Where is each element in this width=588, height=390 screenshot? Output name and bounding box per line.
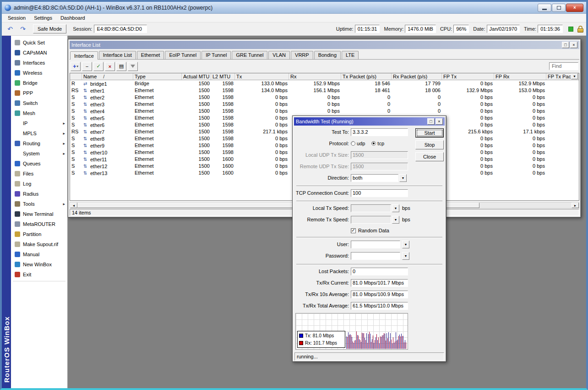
tab[interactable]: GRE Tunnel [232, 51, 267, 59]
sidebar-item[interactable]: Log [11, 179, 67, 189]
row-fp-rx: 0 bps [494, 121, 546, 128]
tab[interactable]: Bonding [314, 51, 341, 59]
sidebar-item[interactable]: Make Supout.rif [11, 239, 67, 249]
random-data-checkbox[interactable] [351, 228, 356, 233]
sidebar-item[interactable]: PPP [11, 88, 67, 98]
direction-dropdown-icon[interactable]: ▼ [399, 174, 407, 182]
tab[interactable]: VRRP [291, 51, 313, 59]
sidebar-item[interactable]: New WinBox [11, 259, 67, 269]
sidebar-item[interactable]: Routing ▸ [11, 138, 67, 148]
col-fp-tx[interactable]: FP Tx [442, 73, 494, 80]
close-button[interactable]: × [566, 4, 583, 12]
sidebar-item[interactable]: Manual [11, 249, 67, 259]
table-row[interactable]: S ⇅ether4 Ethernet 1500 1598 0 bps 0 bps… [70, 108, 579, 115]
table-row[interactable]: S ⇅ether2 Ethernet 1500 1598 0 bps 0 bps… [70, 94, 579, 101]
col-flags[interactable] [70, 73, 82, 80]
sidebar-item[interactable]: Radius [11, 189, 67, 199]
sidebar-item[interactable]: Mesh [11, 108, 67, 118]
tab[interactable]: IP Tunnel [201, 51, 231, 59]
column-select-button[interactable]: ▼ [571, 73, 578, 79]
sidebar-item[interactable]: CAPsMAN [11, 48, 67, 58]
maximize-button[interactable] [552, 4, 566, 12]
tab[interactable]: Interface [70, 51, 98, 60]
close-dialog-icon[interactable]: × [436, 118, 443, 125]
sidebar-item-label: IP [23, 121, 27, 126]
sidebar-item[interactable]: Tools ▸ [11, 199, 67, 209]
find-box[interactable]: Find [549, 62, 578, 70]
password-dropdown-icon[interactable]: ▼ [402, 252, 409, 260]
tab[interactable]: Interface List [99, 51, 136, 59]
menu-item[interactable]: Session [4, 14, 30, 22]
safe-mode-button[interactable]: Safe Mode [33, 24, 66, 33]
user-dropdown-icon[interactable]: ▼ [402, 241, 409, 248]
sidebar-item[interactable]: System ▸ [11, 148, 67, 159]
close-window-icon[interactable]: × [570, 42, 577, 48]
col-tx-packet[interactable]: Tx Packet (p/s) [341, 73, 392, 80]
disable-button[interactable]: × [105, 62, 115, 71]
scroll-left-icon[interactable]: ◂ [70, 203, 77, 208]
comment-button[interactable]: ▤ [116, 62, 126, 71]
sidebar-item[interactable]: Files [11, 169, 67, 179]
stop-button[interactable]: Stop [415, 140, 444, 149]
test-to-input[interactable] [351, 128, 408, 136]
sidebar-item[interactable]: Queues [11, 159, 67, 169]
maximize-window-icon[interactable]: □ [562, 42, 569, 48]
titlebar[interactable]: admin@E4:8D:8C:0A:5D:D0 (AH-1) - WinBox … [2, 2, 586, 14]
start-button[interactable]: Start [415, 128, 444, 137]
sidebar-item[interactable]: Wireless [11, 68, 67, 78]
user-input[interactable] [351, 241, 400, 248]
minimize-button[interactable] [538, 4, 551, 12]
sidebar-item[interactable]: New Terminal [11, 209, 67, 219]
direction-select[interactable] [351, 174, 398, 182]
col-rx-packet[interactable]: Rx Packet (p/s) [392, 73, 442, 80]
add-button[interactable]: +▾ [71, 62, 81, 71]
protocol-udp-radio[interactable]: udp [351, 141, 365, 146]
sidebar-item[interactable]: MPLS ▸ [11, 128, 67, 138]
sidebar-item[interactable]: IP ▸ [11, 118, 67, 128]
redo-icon[interactable]: ↷ [17, 24, 28, 34]
password-input[interactable] [351, 252, 400, 260]
filter-button[interactable] [128, 62, 138, 71]
tab[interactable]: VLAN [268, 51, 290, 59]
col-fp-tx-packet[interactable]: FP Tx Pac...▼ [546, 73, 579, 80]
col-type[interactable]: Type [133, 73, 182, 80]
row-tx: 0 bps [235, 170, 289, 176]
maximize-dialog-icon[interactable]: □ [427, 118, 435, 125]
protocol-tcp-radio[interactable]: tcp [371, 141, 384, 146]
table-row[interactable]: S ⇅ether3 Ethernet 1500 1598 0 bps 0 bps… [70, 101, 579, 108]
scroll-right-icon[interactable]: ▸ [572, 203, 579, 208]
tab[interactable]: LTE [342, 51, 359, 59]
submenu-arrow-icon: ▸ [63, 151, 65, 156]
tcp-count-input[interactable] [351, 189, 408, 197]
tab[interactable]: EoIP Tunnel [165, 51, 201, 59]
col-tx[interactable]: Tx [235, 73, 289, 80]
enable-button[interactable]: ✓ [93, 62, 103, 71]
row-l2-mtu: 1598 [211, 108, 235, 115]
bandwidth-dialog-titlebar[interactable]: Bandwidth Test (Running) □ × [294, 117, 445, 126]
session-value[interactable]: E4:8D:8C:0A:5D:D0 [94, 25, 147, 33]
interface-list-titlebar[interactable]: Interface List □ × [70, 41, 579, 49]
sidebar-item[interactable]: Exit [11, 269, 67, 280]
undo-icon[interactable]: ↶ [5, 24, 16, 34]
col-rx[interactable]: Rx [289, 73, 341, 80]
sidebar-item[interactable]: Switch [11, 98, 67, 108]
col-name[interactable]: Name/ [82, 73, 133, 80]
table-row[interactable]: R ⇄bridge1 Bridge 1500 1598 133.0 Mbps 1… [70, 80, 579, 87]
col-l2-mtu[interactable]: L2 MTU [211, 73, 235, 80]
sidebar-item[interactable]: MetaROUTER [11, 219, 67, 229]
sidebar-item[interactable]: Interfaces [11, 58, 67, 68]
menu-item[interactable]: Dashboard [56, 14, 89, 22]
tab[interactable]: Ethernet [137, 51, 164, 59]
close-dialog-button[interactable]: Close [415, 152, 444, 161]
sidebar-item[interactable]: Bridge [11, 78, 67, 88]
sidebar-item[interactable]: Quick Set [11, 38, 67, 48]
bandwidth-chart: Tx: 81.0 Mbps Rx: 101.7 Mbps [295, 313, 408, 350]
stat-label: CPU: [440, 26, 452, 32]
capsman-icon [15, 50, 20, 55]
menu-item[interactable]: Settings [30, 14, 56, 22]
col-actual-mtu[interactable]: Actual MTU [182, 73, 211, 80]
col-fp-rx[interactable]: FP Rx [494, 73, 546, 80]
table-row[interactable]: RS ⇅ether1 Ethernet 1500 1598 134.0 Mbps… [70, 87, 579, 94]
sidebar-item[interactable]: Partition [11, 229, 67, 239]
remove-button[interactable]: − [82, 62, 92, 71]
